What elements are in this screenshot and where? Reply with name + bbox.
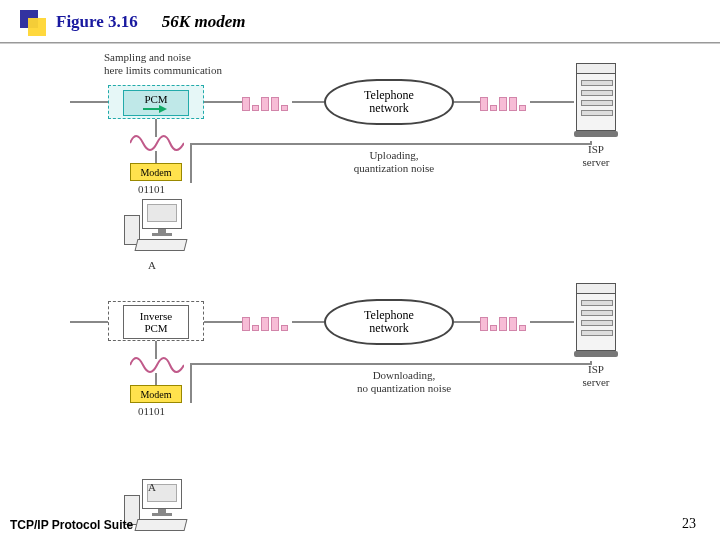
connector-line xyxy=(590,361,592,365)
digital-pulse xyxy=(480,313,526,331)
slide-bullet-icon xyxy=(18,8,46,36)
connector-line xyxy=(204,101,242,103)
sampling-note: Sampling and noise here limits communica… xyxy=(104,51,222,76)
connector-line xyxy=(530,101,574,103)
connector-line xyxy=(190,143,192,183)
horizontal-rule xyxy=(0,42,720,43)
isp-label-top: ISPserver xyxy=(574,143,618,168)
connector-line xyxy=(292,101,324,103)
arrow-right-icon xyxy=(143,105,169,113)
connector-line xyxy=(70,321,108,323)
digital-pulse xyxy=(480,93,526,111)
computer-bottom xyxy=(124,479,190,537)
connector-line xyxy=(292,321,324,323)
downloading-note: Downloading,no quantization noise xyxy=(324,369,484,394)
connector-line xyxy=(204,321,242,323)
diagram-canvas: Sampling and noise here limits communica… xyxy=(30,51,690,491)
connector-line xyxy=(155,373,157,385)
connector-line xyxy=(454,101,480,103)
bits-label-bottom: 01101 xyxy=(138,405,165,418)
pcm-label: PCM xyxy=(144,93,167,105)
digital-pulse xyxy=(242,93,288,111)
footer-title: TCP/IP Protocol Suite xyxy=(10,518,133,532)
connector-line xyxy=(590,141,592,145)
analog-waveform xyxy=(130,133,184,157)
figure-title: 56K modem xyxy=(162,12,246,32)
page-number: 23 xyxy=(682,516,696,532)
digital-pulse xyxy=(242,313,288,331)
figure-label: Figure 3.16 xyxy=(56,12,138,32)
telephone-network-top: Telephonenetwork xyxy=(324,79,454,125)
modem-bottom: Modem xyxy=(130,385,182,403)
connector-line xyxy=(190,143,592,145)
analog-waveform xyxy=(130,355,184,379)
connector-line xyxy=(454,321,480,323)
inverse-pcm-block: InversePCM xyxy=(108,301,204,341)
inverse-pcm-label-box: InversePCM xyxy=(123,305,189,339)
isp-server-bottom xyxy=(574,283,618,361)
isp-server-top xyxy=(574,63,618,141)
connector-line xyxy=(190,363,192,403)
computer-top xyxy=(124,199,190,257)
bits-label-top: 01101 xyxy=(138,183,165,196)
telephone-network-bottom: Telephonenetwork xyxy=(324,299,454,345)
modem-top: Modem xyxy=(130,163,182,181)
host-a-label-top: A xyxy=(148,259,156,272)
connector-line xyxy=(530,321,574,323)
uploading-note: Uploading,quantization noise xyxy=(324,149,464,174)
pcm-label-box: PCM xyxy=(123,90,189,116)
pcm-block: PCM xyxy=(108,85,204,119)
connector-line xyxy=(70,101,108,103)
connector-line xyxy=(190,363,592,365)
connector-line xyxy=(155,151,157,163)
isp-label-bottom: ISPserver xyxy=(574,363,618,388)
host-a-label-bottom: A xyxy=(148,481,156,494)
